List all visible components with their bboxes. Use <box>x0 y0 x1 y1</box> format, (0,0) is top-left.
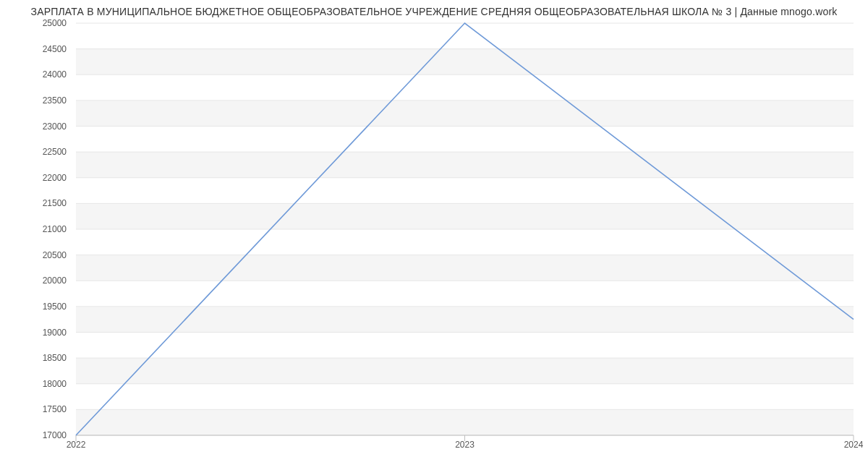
grid-band <box>76 101 854 127</box>
y-tick-label: 23500 <box>43 95 67 106</box>
x-tick-label: 2024 <box>844 440 864 450</box>
x-tick-label: 2023 <box>455 440 475 450</box>
y-tick-label: 17000 <box>43 430 67 440</box>
plot-area <box>76 23 854 435</box>
x-axis: 202220232024 <box>76 435 854 464</box>
x-tick-label: 2022 <box>67 440 86 450</box>
y-tick-label: 19500 <box>43 302 67 312</box>
grid-band <box>76 307 854 333</box>
y-tick-label: 22500 <box>43 147 67 157</box>
grid-band <box>76 49 854 75</box>
y-tick-label: 22000 <box>43 173 67 183</box>
y-tick-label: 21000 <box>43 224 67 234</box>
y-tick-label: 24500 <box>43 44 67 54</box>
grid-band <box>76 255 854 281</box>
y-tick-label: 25000 <box>43 18 67 28</box>
y-tick-label: 24000 <box>43 69 67 80</box>
y-tick-label: 20000 <box>43 275 67 286</box>
y-tick-label: 19000 <box>43 328 67 338</box>
grid-band <box>76 203 854 229</box>
chart-title: ЗАРПЛАТА В МУНИЦИПАЛЬНОЕ БЮДЖЕТНОЕ ОБЩЕО… <box>0 0 868 17</box>
grid-band <box>76 358 854 384</box>
y-tick-label: 21500 <box>43 198 67 208</box>
y-tick-label: 23000 <box>43 121 67 132</box>
y-tick-label: 18500 <box>43 353 67 363</box>
grid-band <box>76 152 854 178</box>
chart-container: ЗАРПЛАТА В МУНИЦИПАЛЬНОЕ БЮДЖЕТНОЕ ОБЩЕО… <box>0 0 868 470</box>
y-tick-label: 18000 <box>43 379 67 389</box>
y-tick-label: 20500 <box>43 250 67 260</box>
grid-band <box>76 409 854 435</box>
plot-svg <box>76 23 854 435</box>
y-axis: 1700017500180001850019000195002000020500… <box>0 23 72 435</box>
y-tick-label: 17500 <box>43 404 67 414</box>
